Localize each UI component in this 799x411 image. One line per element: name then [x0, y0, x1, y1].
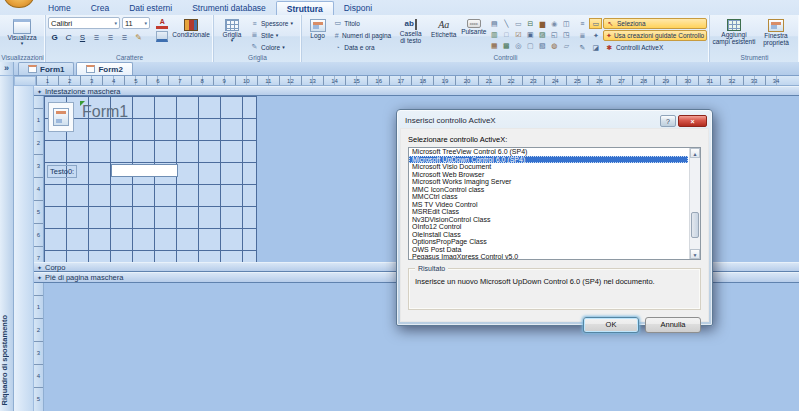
insert-chart-icon[interactable]: ◍ — [548, 40, 560, 51]
format-painter-icon[interactable]: ✎ — [132, 31, 145, 43]
bold-button[interactable]: G — [48, 31, 61, 43]
scroll-down-icon[interactable]: ▼ — [690, 249, 700, 259]
listbox-item[interactable]: Microsoft UpDown Control 6.0 (SP4) — [409, 156, 688, 164]
section-bar-header[interactable]: ✦ Intestazione maschera — [34, 86, 799, 96]
rectangle-icon[interactable]: □ — [500, 29, 512, 40]
font-size-combo[interactable]: 11▾ — [122, 17, 150, 29]
form-title-label[interactable]: Form1 — [82, 103, 128, 121]
finestra-proprieta-button[interactable]: Finestra proprietà — [756, 17, 796, 53]
listbox-item[interactable]: MMC IconControl class — [409, 186, 688, 194]
ribbon-tab[interactable]: Crea — [81, 1, 119, 15]
listbox-item[interactable]: OleInstall Class — [409, 231, 688, 239]
tab-control-icon[interactable]: ◫ — [560, 18, 572, 29]
document-tab[interactable]: Form1 — [18, 62, 74, 75]
listbox-item[interactable]: Microsoft TreeView Control 6.0 (SP4) — [409, 148, 688, 156]
text-field[interactable] — [111, 164, 178, 177]
unbound-frame-icon[interactable]: ▭ — [512, 18, 524, 29]
control-tool-row[interactable]: ✱ Controlli ActiveX — [603, 42, 707, 53]
condizionale-button[interactable]: Condizionale — [171, 17, 211, 53]
header-tool-item[interactable]: # Numeri di pagina — [331, 29, 393, 41]
subform-icon[interactable]: ◱ — [548, 29, 560, 40]
etichetta-button[interactable]: Aa Etichetta — [428, 17, 459, 53]
document-tab[interactable]: Form2 — [76, 62, 132, 75]
help-button[interactable]: ? — [660, 115, 676, 127]
cancel-button[interactable]: Annulla — [645, 317, 701, 333]
ok-button[interactable]: OK — [583, 317, 639, 333]
logo-placeholder[interactable] — [48, 102, 74, 132]
line-thickness-icon[interactable]: ≡ — [576, 18, 589, 29]
ruler-corner[interactable] — [14, 76, 36, 86]
check-box-icon[interactable]: ☑ — [512, 29, 524, 40]
toggle-button-icon[interactable]: ▦ — [488, 40, 500, 51]
line-icon[interactable]: ╲ — [500, 18, 512, 29]
option-button-icon[interactable]: ◎ — [512, 40, 524, 51]
nav-pane-title[interactable]: Riquadro di spostamento — [0, 315, 14, 405]
dialog-titlebar[interactable]: Inserisci controllo ActiveX ? × — [400, 113, 709, 128]
ribbon-tab[interactable]: Disponi — [334, 1, 382, 15]
hyperlink-icon[interactable]: ◉ — [548, 18, 560, 29]
ribbon-tab[interactable]: Strumenti database — [182, 1, 276, 15]
align-center-button[interactable]: ☰ — [104, 31, 117, 43]
listbox-item[interactable]: OInfo12 Control — [409, 223, 688, 231]
list-box-icon[interactable]: ▥ — [488, 29, 500, 40]
fill-color-button[interactable] — [156, 31, 168, 42]
image-icon[interactable]: ▨ — [536, 29, 548, 40]
listbox-item[interactable]: Nv3DVisionControl Class — [409, 216, 688, 224]
web-browser-icon[interactable]: ◳ — [560, 29, 572, 40]
grid-menu-item[interactable]: ≣ Stile ▾ — [248, 29, 295, 41]
listbox-item[interactable]: MSREdit Class — [409, 208, 688, 216]
font-color-button[interactable]: A — [156, 18, 168, 29]
align-left-button[interactable]: ☰ — [90, 31, 103, 43]
scroll-up-icon[interactable]: ▲ — [690, 148, 700, 158]
listbox-item[interactable]: Microsoft Works Imaging Server — [409, 178, 688, 186]
listbox-item[interactable]: MS TV Video Control — [409, 201, 688, 209]
pencil-icon[interactable]: ✎ — [576, 42, 589, 53]
control-tool-row[interactable]: ↖ Seleziona — [603, 18, 707, 29]
listbox-item[interactable]: Microsoft Visio Document — [409, 163, 688, 171]
listbox-item[interactable]: MMCCtrl class — [409, 193, 688, 201]
effect-icon[interactable]: ◪ — [589, 42, 602, 53]
font-name-combo[interactable]: Calibri▾ — [48, 17, 120, 29]
shape-menu-icon[interactable]: ▭ — [589, 18, 602, 29]
option-group-icon[interactable]: ▩ — [500, 40, 512, 51]
pulsante-button[interactable]: xxxx Pulsante — [459, 17, 488, 53]
underline-button[interactable]: S — [76, 31, 89, 43]
ribbon-tab[interactable]: Dati esterni — [119, 1, 182, 15]
scrollbar-thumb[interactable] — [691, 212, 699, 238]
align-right-button[interactable]: ☰ — [118, 31, 131, 43]
italic-button[interactable]: C — [62, 31, 75, 43]
listbox-item[interactable]: Microsoft Web Browser — [409, 171, 688, 179]
ribbon-tab[interactable]: Home — [38, 1, 81, 15]
close-icon[interactable]: × — [678, 115, 707, 127]
grid-menu-item[interactable]: ✎ Colore ▾ — [248, 41, 295, 53]
select-control-label: Selezionare controllo ActiveX: — [408, 135, 701, 144]
header-tool-item[interactable]: ◔ Data e ora — [331, 41, 393, 53]
activex-listbox[interactable]: Microsoft TreeView Control 6.0 (SP4)Micr… — [408, 147, 701, 260]
line-style-icon[interactable]: ≣ — [576, 30, 589, 41]
office-orb-icon[interactable] — [4, 0, 34, 8]
page-break-icon[interactable]: ⊟ — [524, 18, 536, 29]
listbox-item[interactable]: OptionsPropPage Class — [409, 238, 688, 246]
expand-nav-pane-button[interactable]: » — [0, 62, 13, 76]
form-design-grid[interactable]: Form1 Testo0: — [44, 96, 257, 262]
chart-icon[interactable]: ▆ — [536, 18, 548, 29]
visualizza-button[interactable]: Visualizza ▾ — [2, 17, 42, 53]
wizard-icon[interactable]: ✦ — [589, 30, 602, 41]
ribbon-tab[interactable]: Struttura — [276, 1, 334, 15]
header-tool-item[interactable]: ▭ Titolo — [331, 17, 393, 29]
combo-box-icon[interactable]: ▤ — [488, 18, 500, 29]
bound-frame-icon[interactable]: ▣ — [524, 29, 536, 40]
more-controls-icon[interactable]: ▱ — [560, 40, 572, 51]
control-tool-row[interactable]: ✦ Usa creazioni guidate Controllo — [603, 30, 707, 41]
listbox-item[interactable]: OWS Post Data — [409, 246, 688, 254]
casella-di-testo-button[interactable]: ab Casella di testo — [393, 17, 428, 53]
attachment-icon[interactable]: ▢ — [524, 40, 536, 51]
logo-button[interactable]: Logo — [304, 17, 331, 53]
grid-menu-item[interactable]: ≡ Spessore ▾ — [248, 17, 295, 29]
field-label[interactable]: Testo0: — [47, 165, 77, 178]
listbox-item[interactable]: Pegasus ImagXpress Control v5.0 — [409, 253, 688, 260]
page-icon[interactable]: ▧ — [536, 40, 548, 51]
listbox-scrollbar[interactable]: ▲ ▼ — [689, 148, 700, 259]
aggiungi-campi-button[interactable]: Aggiungi campi esistenti — [712, 17, 756, 53]
griglia-button[interactable]: Griglia ▾ — [216, 17, 248, 53]
